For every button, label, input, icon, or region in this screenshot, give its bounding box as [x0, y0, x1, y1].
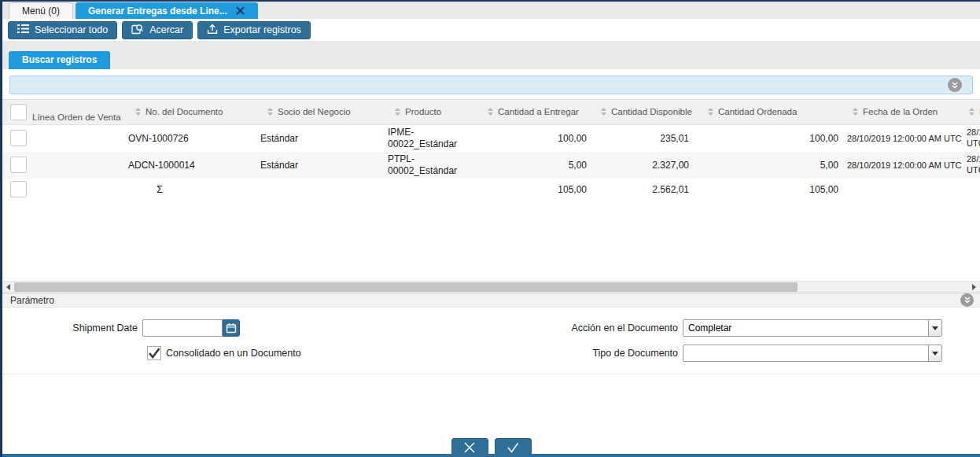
scrollbar-thumb[interactable] [14, 282, 798, 292]
column-header-cantidad-entregar[interactable]: Cantidad a Entregar [476, 100, 594, 124]
doc-type-label: Tipo de Documento [386, 348, 683, 359]
tab-generar-entregas[interactable]: Generar Entregas desde Line... [76, 2, 258, 19]
sum-cantidad-ordenada: 105,00 [696, 179, 846, 201]
select-all-checkbox[interactable] [10, 104, 27, 120]
doc-action-label: Acción en el Documento [386, 322, 683, 334]
toolbar: Seleccionar todo Acercar Exportar regist… [2, 19, 980, 41]
calendar-icon [226, 322, 237, 334]
zoom-window-icon [131, 24, 144, 37]
tab-buscar-registros[interactable]: Buscar registros [9, 51, 110, 69]
export-button[interactable]: Exportar registros [197, 21, 311, 39]
cell-cantidad-ordenada: 5,00 [696, 152, 846, 179]
sort-icon [852, 107, 859, 116]
table-row: ADCN-1000014 Estándar PTPL- 00002_Estánd… [2, 152, 980, 179]
consolidate-label: Consolidado en un Documento [166, 348, 301, 359]
tab-generar-entregas-label: Generar Entregas desde Line... [88, 3, 227, 19]
cell-documento: ADCN-1000014 [123, 152, 256, 179]
calendar-button[interactable] [223, 319, 240, 337]
cell-cantidad-disponible: 235,01 [594, 124, 696, 152]
shipment-date-label: Shipment Date [2, 322, 142, 334]
cell-cantidad-entregar: 100,00 [476, 124, 594, 152]
table-row: OVN-1000726 Estándar IPME- 00022_Estánda… [2, 124, 980, 152]
sort-icon [487, 107, 494, 116]
column-header-cantidad-ordenada[interactable]: Cantidad Ordenada [696, 100, 846, 124]
sum-row-checkbox[interactable] [10, 181, 27, 197]
scrollbar-track[interactable] [14, 282, 968, 293]
column-header-documento[interactable]: No. del Documento [123, 100, 256, 124]
cell-socio: Estándar [256, 152, 383, 179]
horizontal-scrollbar[interactable] [2, 281, 980, 293]
doc-type-dropdown-button[interactable] [928, 345, 941, 361]
cell-cantidad-entregar: 5,00 [476, 152, 594, 179]
sort-icon [267, 107, 274, 116]
cancel-x-icon [461, 442, 478, 453]
cell-producto: IPME- 00022_Estándar [383, 124, 476, 152]
column-header-cantidad-disponible[interactable]: Cantidad Disponible [594, 100, 696, 124]
doc-action-combo[interactable] [683, 319, 942, 337]
tab-menu-label: Menú (0) [22, 6, 60, 17]
sum-cantidad-disponible: 2.562,01 [594, 179, 696, 201]
cell-producto: PTPL- 00002_Estándar [383, 152, 476, 179]
zoom-label: Acercar [149, 24, 183, 35]
consolidate-checkbox[interactable] [147, 346, 161, 360]
chevron-down-icon [932, 326, 938, 330]
doc-type-combo[interactable] [683, 345, 942, 362]
zoom-button[interactable]: Acercar [122, 21, 193, 39]
table-sum-row: Σ 105,00 2.562,01 105,00 [2, 179, 980, 201]
cell-cantidad-disponible: 2.327,00 [594, 152, 696, 179]
doc-action-value[interactable] [683, 320, 928, 336]
column-header-clipped[interactable]: F [965, 100, 980, 124]
close-icon[interactable] [235, 6, 245, 16]
collapse-search-button[interactable] [948, 78, 962, 92]
export-icon [207, 24, 218, 37]
chevron-double-down-icon [951, 82, 959, 89]
sum-sigma: Σ [123, 179, 256, 201]
sort-icon [394, 107, 401, 116]
doc-action-dropdown-button[interactable] [928, 320, 941, 336]
shipment-date-field[interactable] [142, 319, 223, 337]
cell-fecha-orden: 28/10/2019 12:00:00 AM UTC [846, 152, 965, 179]
doc-type-value[interactable] [683, 345, 928, 361]
parameter-header: Parámetro [2, 293, 980, 308]
column-header-socio[interactable]: Socio del Negocio [256, 100, 383, 124]
select-all-button[interactable]: Seleccionar todo [8, 21, 117, 39]
cell-clipped-date: 28/10/2019 12:00:00 AM UTC [965, 124, 980, 152]
scroll-left-arrow[interactable] [2, 282, 14, 293]
list-icon [17, 24, 29, 36]
row-checkbox[interactable] [10, 157, 27, 173]
sort-icon [707, 107, 714, 116]
ok-check-icon [505, 442, 521, 453]
cell-documento: OVN-1000726 [123, 124, 256, 152]
cell-cantidad-ordenada: 100,00 [696, 124, 846, 152]
buscar-registros-label: Buscar registros [22, 54, 97, 65]
window-tab-bar: Menú (0) Generar Entregas desde Line... [2, 2, 980, 19]
spacer-band [2, 41, 980, 50]
search-tab-row: Buscar registros [2, 50, 980, 69]
chevron-down-icon [932, 352, 938, 356]
sum-cantidad-entregar: 105,00 [476, 179, 594, 201]
row-checkbox[interactable] [10, 130, 27, 146]
column-header-producto[interactable]: Producto [383, 100, 476, 124]
scroll-right-arrow[interactable] [968, 282, 980, 293]
select-all-label: Seleccionar todo [35, 24, 108, 35]
records-table: Línea Orden de Venta No. del Documento S… [2, 100, 980, 281]
header-select-all[interactable] [2, 100, 31, 124]
tab-menu[interactable]: Menú (0) [9, 2, 73, 19]
collapse-parameter-button[interactable] [960, 293, 974, 307]
search-panel [2, 69, 980, 100]
sort-icon [600, 107, 607, 116]
sort-icon [134, 107, 142, 116]
parameter-title: Parámetro [10, 295, 960, 306]
cell-fecha-orden: 28/10/2019 12:00:00 AM UTC [846, 124, 965, 152]
column-header-linea[interactable]: Línea Orden de Venta [31, 100, 123, 124]
parameter-body: Shipment Date Acción en el Documento Con… [2, 308, 980, 374]
bottom-frame-strip [2, 454, 980, 457]
check-icon [148, 348, 160, 359]
cell-socio: Estándar [256, 124, 383, 152]
table-header-row: Línea Orden de Venta No. del Documento S… [2, 100, 980, 124]
column-header-fecha-orden[interactable]: Fecha de la Orden [846, 100, 965, 124]
sort-icon [968, 107, 975, 116]
chevron-double-down-icon [963, 297, 971, 304]
cell-clipped-date: 28/10/2019 12:00:00 AM UTC [965, 152, 980, 179]
search-input[interactable] [9, 76, 973, 94]
